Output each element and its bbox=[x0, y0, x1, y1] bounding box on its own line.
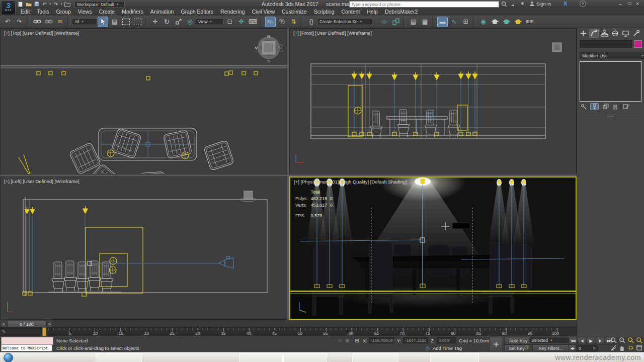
maxscript-mini-listener[interactable]: Welcome to MAXScript. bbox=[1, 344, 52, 351]
user-icon[interactable] bbox=[529, 1, 535, 7]
time-slider-track[interactable]: < 0 / 100 > bbox=[0, 320, 577, 327]
taskbar-window[interactable] bbox=[96, 353, 142, 362]
select-and-link-icon[interactable] bbox=[32, 17, 42, 27]
select-and-move-button[interactable]: ✛ bbox=[150, 17, 160, 27]
minimize-button[interactable]: – bbox=[619, 1, 622, 7]
mini-curve-editor-icon[interactable]: ∿ bbox=[2, 328, 6, 334]
spinner-snap-button[interactable]: ⇅ bbox=[288, 17, 299, 27]
menu-item[interactable]: Scripting bbox=[310, 9, 338, 15]
window-crossing-toggle[interactable] bbox=[132, 17, 143, 27]
viewport-front-label[interactable]: [+] [Front] [User Defined] [Wireframe] bbox=[293, 30, 372, 36]
taskbar-window[interactable] bbox=[283, 353, 327, 362]
compass-north[interactable]: N bbox=[267, 34, 270, 39]
select-and-manipulate-button[interactable]: ✜ bbox=[236, 17, 247, 27]
menu-item[interactable]: Animation bbox=[147, 9, 178, 15]
menu-item[interactable]: Rendering bbox=[217, 9, 248, 15]
angle-snap-button[interactable]: % bbox=[277, 17, 287, 27]
selection-set-key-dropdown[interactable]: Selected ▾ bbox=[529, 337, 569, 343]
menu-item[interactable]: Tools bbox=[33, 9, 53, 15]
keyboard-shortcut-override-button[interactable]: ⌨ bbox=[248, 17, 258, 27]
reference-coordinate-dropdown[interactable]: View ▾ bbox=[196, 18, 224, 25]
tab-hierarchy[interactable] bbox=[600, 29, 609, 38]
use-pivot-center-button[interactable]: ⊡ bbox=[224, 17, 235, 27]
next-frame-button[interactable]: |▶ bbox=[596, 337, 604, 344]
unlink-selection-icon[interactable] bbox=[43, 17, 54, 27]
undo-icon[interactable]: ↶ bbox=[41, 1, 48, 7]
object-color-swatch[interactable] bbox=[634, 40, 642, 48]
select-and-place-button[interactable]: ◎ bbox=[185, 17, 195, 27]
undo-dropdown-icon[interactable]: ▾ bbox=[49, 2, 51, 6]
tab-utilities[interactable] bbox=[631, 29, 641, 38]
key-mode-toggle[interactable]: ◀▶ bbox=[569, 344, 576, 352]
previous-frame-button[interactable]: ◀| bbox=[578, 337, 586, 344]
help-icon[interactable]: ? bbox=[580, 1, 586, 7]
toggle-ribbon-button[interactable]: ▬ bbox=[437, 17, 448, 27]
taskbar-window[interactable] bbox=[239, 353, 283, 362]
search-icon[interactable] bbox=[501, 1, 507, 7]
key-icon[interactable]: ⚿ bbox=[526, 345, 529, 350]
redo-icon[interactable]: ↷ bbox=[53, 1, 59, 7]
taskbar-window[interactable] bbox=[352, 353, 398, 362]
add-time-tag[interactable]: Add Time Tag bbox=[433, 345, 462, 351]
align-button[interactable] bbox=[390, 17, 401, 27]
viewport-top-label[interactable]: [+] [Top] [User Defined] [Wireframe] bbox=[4, 30, 79, 36]
search-input[interactable] bbox=[349, 1, 499, 8]
viewport-top[interactable]: [+] [Top] [User Defined] [Wireframe] bbox=[0, 28, 287, 174]
set-project-folder-icon[interactable] bbox=[64, 1, 70, 7]
menu-item[interactable]: Graph Editors bbox=[177, 9, 217, 15]
field-of-view-icon[interactable] bbox=[610, 344, 617, 351]
absolute-mode-icon[interactable]: ⊞ bbox=[355, 337, 359, 344]
orbit-icon[interactable] bbox=[627, 344, 634, 351]
track-bar[interactable]: ∿ 05101520253035404550556065707580859095… bbox=[0, 327, 577, 336]
maxscript-macro-recorder[interactable] bbox=[1, 337, 53, 345]
tab-create[interactable] bbox=[579, 29, 588, 38]
y-coordinate-field[interactable]: -1647,312c bbox=[403, 337, 428, 343]
zoom-extents-icon[interactable] bbox=[627, 337, 634, 343]
viewport-left[interactable]: [+] [Left] [User Defined] [Wireframe] bbox=[0, 176, 287, 320]
toggle-scene-explorer-button[interactable]: ▤ bbox=[408, 17, 419, 27]
tab-display[interactable] bbox=[621, 29, 630, 38]
tab-motion[interactable] bbox=[610, 29, 620, 38]
modifier-list-dropdown[interactable]: Modifier List ▾ bbox=[580, 52, 644, 59]
pin-stack-button[interactable] bbox=[579, 103, 588, 110]
menu-item[interactable]: Views bbox=[74, 9, 96, 15]
viewport-camera[interactable]: [+] [PhysCamera001] [High Quality] [Defa… bbox=[289, 176, 577, 320]
z-coordinate-field[interactable]: 0,0cm bbox=[437, 337, 456, 343]
windows-start-button[interactable] bbox=[4, 353, 13, 362]
menu-item[interactable]: Civil View bbox=[249, 9, 278, 15]
menu-item[interactable]: Customize bbox=[278, 9, 310, 15]
compass-west[interactable]: W bbox=[255, 46, 258, 50]
compass-east[interactable]: E bbox=[280, 46, 283, 50]
viewport-camera-label[interactable]: [+] [PhysCamera001] [High Quality] [Defa… bbox=[294, 179, 407, 185]
rendered-frame-window-button[interactable] bbox=[501, 17, 512, 27]
menu-item[interactable]: Group bbox=[53, 9, 74, 15]
3dsmax-logo[interactable]: 3MAX bbox=[1, 1, 16, 15]
select-object-button[interactable] bbox=[98, 17, 108, 27]
modifier-stack[interactable] bbox=[580, 61, 641, 102]
selection-lock-icon[interactable]: ▣ bbox=[345, 338, 350, 343]
x-coordinate-field[interactable]: -166,408cm bbox=[369, 337, 394, 343]
close-button[interactable]: × bbox=[636, 1, 639, 7]
curve-editor-button[interactable]: ∿ bbox=[449, 17, 459, 27]
menu-item[interactable]: Content bbox=[338, 9, 363, 15]
key-filters-button[interactable]: Key Filters... bbox=[532, 344, 570, 352]
zoom-all-icon[interactable] bbox=[618, 337, 626, 343]
render-production-button[interactable] bbox=[513, 17, 523, 27]
taskbar-window[interactable] bbox=[430, 353, 479, 362]
maximize-viewport-icon[interactable] bbox=[635, 344, 643, 351]
redo-dropdown-icon[interactable]: ▾ bbox=[61, 2, 63, 6]
object-name-field[interactable] bbox=[580, 40, 632, 48]
open-file-icon[interactable] bbox=[25, 1, 32, 7]
select-and-scale-button[interactable] bbox=[173, 17, 184, 27]
viewport-front[interactable]: [+] [Front] [User Defined] [Wireframe] bbox=[289, 28, 577, 174]
menu-item[interactable]: Modifiers bbox=[118, 9, 147, 15]
render-setup-button[interactable] bbox=[490, 17, 500, 27]
tab-modify[interactable] bbox=[589, 29, 599, 38]
configure-modifier-sets-button[interactable] bbox=[622, 103, 630, 110]
schematic-view-button[interactable]: ⊞ bbox=[460, 17, 471, 27]
current-frame-field[interactable]: 0⇅ bbox=[577, 345, 598, 351]
toggle-layer-explorer-button[interactable]: ▦ bbox=[420, 17, 430, 27]
mirror-button[interactable]: ◁▷ bbox=[379, 17, 389, 27]
open-container-button[interactable]: ⊞⊞ bbox=[524, 17, 535, 27]
pan-hand-icon[interactable] bbox=[618, 344, 626, 351]
